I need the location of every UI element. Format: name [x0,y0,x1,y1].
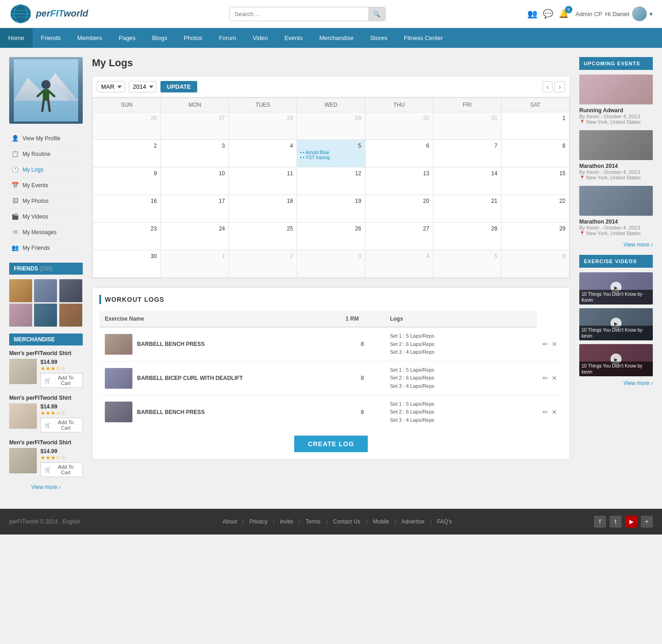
friends-icon[interactable]: 👥 [527,9,537,19]
calendar-event[interactable]: • Arnold Blue [300,150,362,155]
add-cart-btn-2[interactable]: 🛒 Add To Cart [40,418,83,432]
calendar-day[interactable]: 14 [433,167,501,195]
footer-link-advertise[interactable]: Advertise [402,518,425,525]
prev-month-button[interactable]: ‹ [542,81,553,92]
nav-photos[interactable]: Photos [176,28,211,48]
calendar-day[interactable]: 30 [93,250,161,278]
calendar-day[interactable]: 20 [365,195,433,223]
sidebar-item-routine[interactable]: 📋My Routine [9,146,83,162]
nav-blogs[interactable]: Blogs [144,28,176,48]
edit-icon-0[interactable]: ✏ [542,340,548,348]
footer-link-about[interactable]: About [223,518,237,525]
calendar-day[interactable]: 21 [433,195,501,223]
footer-link-contact-us[interactable]: Contact Us [333,518,360,525]
videos-view-more[interactable]: View more › [579,380,653,386]
nav-video[interactable]: Video [245,28,276,48]
calendar-day[interactable]: 28 [229,112,297,140]
calendar-day[interactable]: 22 [501,195,569,223]
calendar-day[interactable]: 7 [433,140,501,167]
calendar-day[interactable]: 24 [161,223,229,250]
footer-link-terms[interactable]: Terms [306,518,321,525]
more-social-icon[interactable]: + [641,516,653,528]
month-select[interactable]: MAR [97,81,125,92]
calendar-day[interactable]: 9 [93,167,161,195]
calendar-day[interactable]: 12 [297,167,365,195]
calendar-day[interactable]: 27 [161,112,229,140]
calendar-day[interactable]: 28 [433,223,501,250]
calendar-day[interactable]: 16 [93,195,161,223]
footer-link-mobile[interactable]: Mobile [373,518,389,525]
admin-cp-link[interactable]: Admin CP [576,11,603,17]
nav-members[interactable]: Members [69,28,110,48]
logo[interactable]: perFITworld [9,4,88,24]
footer-link-privacy[interactable]: Privacy [249,518,267,525]
video-item-2[interactable]: ▶ 10 Things You Didn't Know by kevin [579,344,653,376]
create-log-button[interactable]: CREATE LOG [294,436,368,452]
calendar-day[interactable]: 4 [365,250,433,278]
youtube-icon[interactable]: ▶ [625,516,637,528]
calendar-day[interactable]: 29 [501,223,569,250]
sidebar-item-events[interactable]: 📅My Events [9,178,83,193]
notifications-icon[interactable]: 🔔 5 [559,9,569,19]
calendar-day[interactable]: 1 [501,112,569,140]
calendar-day[interactable]: 3 [297,250,365,278]
next-month-button[interactable]: › [554,81,565,92]
sidebar-item-messages[interactable]: ✉My Messages [9,224,83,240]
calendar-day[interactable]: 25 [229,223,297,250]
update-button[interactable]: UPDATE [160,81,197,92]
footer-link-faq's[interactable]: FAQ's [437,518,452,525]
avatar[interactable] [632,6,647,21]
calendar-day[interactable]: 5 [433,250,501,278]
footer-link-invite[interactable]: Invite [280,518,293,525]
delete-icon-1[interactable]: ✕ [552,374,557,382]
nav-forum[interactable]: Forum [211,28,245,48]
calendar-day[interactable]: 19 [297,195,365,223]
calendar-day[interactable]: 17 [161,195,229,223]
messages-icon[interactable]: 💬 [543,9,553,19]
nav-merchandise[interactable]: Merchandise [311,28,361,48]
video-item-1[interactable]: ▶ 10 Things You Didn't Know by kevin [579,308,653,340]
calendar-day[interactable]: 30 [365,112,433,140]
friend-thumb-6[interactable] [59,304,82,327]
sidebar-item-photos[interactable]: 🖼My Photos [9,193,83,209]
calendar-day[interactable]: 15 [501,167,569,195]
calendar-day[interactable]: 11 [229,167,297,195]
sidebar-item-logs[interactable]: 🕐My Logs [9,162,83,178]
sidebar-item-videos[interactable]: 🎬My Videos [9,209,83,224]
calendar-day[interactable]: 2 [93,140,161,167]
events-view-more[interactable]: View more › [579,242,653,248]
sidebar-item-friends[interactable]: 👥My Friends [9,240,83,256]
sidebar-item-view-profile[interactable]: 👤View My Profile [9,131,83,146]
twitter-icon[interactable]: t [610,516,622,528]
calendar-day[interactable]: 18 [229,195,297,223]
add-cart-btn-3[interactable]: 🛒 Add To Cart [40,462,83,477]
calendar-day[interactable]: 13 [365,167,433,195]
calendar-day[interactable]: 3 [161,140,229,167]
friend-thumb-5[interactable] [34,304,57,327]
nav-home[interactable]: Home [0,28,33,48]
facebook-icon[interactable]: f [594,516,606,528]
calendar-day[interactable]: 31 [433,112,501,140]
calendar-day[interactable]: 29 [297,112,365,140]
calendar-day[interactable]: 26 [93,112,161,140]
calendar-day[interactable]: 4 [229,140,297,167]
calendar-day[interactable]: 10 [161,167,229,195]
friend-thumb-3[interactable] [59,279,82,302]
calendar-day[interactable]: 8 [501,140,569,167]
calendar-event[interactable]: • YST traning [300,155,362,160]
nav-stores[interactable]: Stores [362,28,396,48]
calendar-day[interactable]: 23 [93,223,161,250]
search-input[interactable] [230,7,368,21]
calendar-day[interactable]: 5• Arnold Blue• YST traning [297,140,365,167]
calendar-day[interactable]: 6 [501,250,569,278]
edit-icon-1[interactable]: ✏ [542,374,548,382]
edit-icon-2[interactable]: ✏ [542,408,548,416]
nav-friends[interactable]: Friends [33,28,69,48]
calendar-day[interactable]: 26 [297,223,365,250]
video-item-0[interactable]: ▶ 10 Things You Didn't Know by Kevin [579,272,653,305]
add-cart-btn-1[interactable]: 🛒 Add To Cart [40,373,83,388]
delete-icon-0[interactable]: ✕ [552,340,557,348]
nav-fitness-center[interactable]: Fitness Center [395,28,451,48]
friend-thumb-1[interactable] [9,279,32,302]
delete-icon-2[interactable]: ✕ [552,408,557,416]
